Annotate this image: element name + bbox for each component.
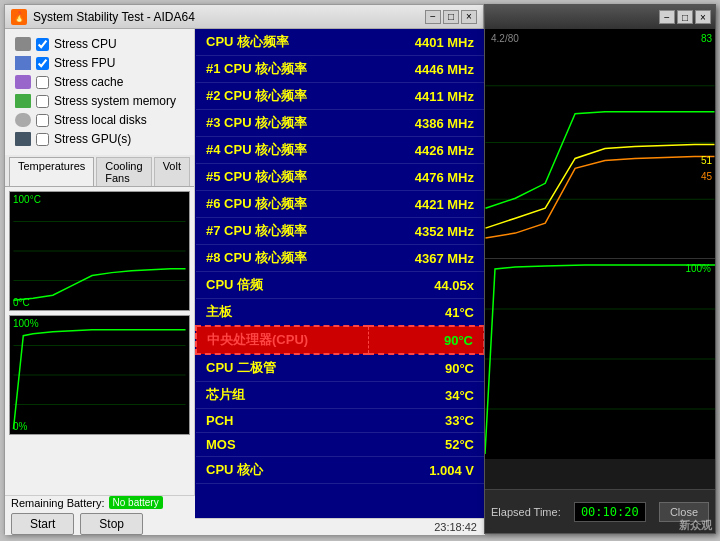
close-button[interactable]: × (461, 10, 477, 24)
stress-cpu-label: Stress CPU (54, 37, 117, 51)
right-maximize-button[interactable]: □ (677, 10, 693, 24)
table-row: #1 CPU 核心频率4446 MHz (196, 56, 484, 83)
window-title: System Stability Test - AIDA64 (33, 10, 425, 24)
row-label: #2 CPU 核心频率 (196, 83, 369, 110)
row-value: 4421 MHz (369, 191, 484, 218)
stress-cache-item: Stress cache (15, 75, 184, 89)
row-label: #3 CPU 核心频率 (196, 110, 369, 137)
stop-button[interactable]: Stop (80, 513, 143, 535)
row-value: 4386 MHz (369, 110, 484, 137)
table-row: CPU VID0.294 V (196, 484, 484, 490)
chart-bottom-min: 0% (13, 421, 27, 432)
battery-row: Remaining Battery: No battery (11, 496, 189, 509)
row-value: 41°C (369, 299, 484, 327)
data-table: CPU 核心频率4401 MHz#1 CPU 核心频率4446 MHz#2 CP… (195, 29, 485, 489)
table-row: #3 CPU 核心频率4386 MHz (196, 110, 484, 137)
remaining-label: Remaining Battery: (11, 497, 105, 509)
right-title-bar: − □ × (485, 5, 715, 29)
table-row: 主板41°C (196, 299, 484, 327)
data-panel: CPU 核心频率4401 MHz#1 CPU 核心频率4446 MHz#2 CP… (195, 29, 485, 535)
row-value: 44.05x (369, 272, 484, 299)
stress-memory-checkbox[interactable] (36, 95, 49, 108)
row-value: 34°C (369, 382, 484, 409)
gpu-icon (15, 132, 31, 146)
row-value: 90°C (369, 354, 484, 382)
stress-cpu-item: Stress CPU (15, 37, 184, 51)
disk-icon (15, 113, 31, 127)
main-window: 🔥 System Stability Test - AIDA64 − □ × S… (4, 4, 484, 534)
tab-volt[interactable]: Volt (154, 157, 190, 186)
row-value: 4401 MHz (369, 29, 484, 56)
row-value: 0.294 V (369, 484, 484, 490)
stress-fpu-checkbox[interactable] (36, 57, 49, 70)
svg-rect-8 (486, 29, 715, 258)
row-label: #1 CPU 核心频率 (196, 56, 369, 83)
row-label: CPU 二极管 (196, 354, 369, 382)
right-close-button[interactable]: × (695, 10, 711, 24)
row-label: 芯片组 (196, 382, 369, 409)
table-row: CPU 倍频44.05x (196, 272, 484, 299)
table-row: #4 CPU 核心频率4426 MHz (196, 137, 484, 164)
stress-gpu-item: Stress GPU(s) (15, 132, 184, 146)
data-scroll-area[interactable]: CPU 核心频率4401 MHz#1 CPU 核心频率4446 MHz#2 CP… (195, 29, 485, 489)
right-top-axis-label: 4.2/80 (491, 33, 519, 44)
row-value: 4352 MHz (369, 218, 484, 245)
row-label: CPU 核心频率 (196, 29, 369, 56)
elapsed-label: Elapsed Time: (491, 506, 561, 518)
row-label: #8 CPU 核心频率 (196, 245, 369, 272)
table-row: CPU 核心频率4401 MHz (196, 29, 484, 56)
stress-cache-label: Stress cache (54, 75, 123, 89)
right-minimize-button[interactable]: − (659, 10, 675, 24)
usage-chart: 100% 0% (9, 315, 190, 435)
right-top-chart-svg (485, 29, 715, 258)
table-row: #5 CPU 核心频率4476 MHz (196, 164, 484, 191)
row-label: CPU VID (196, 484, 369, 490)
right-chart-label-51: 51 (701, 155, 712, 166)
row-label: #7 CPU 核心频率 (196, 218, 369, 245)
table-row: #8 CPU 核心频率4367 MHz (196, 245, 484, 272)
row-value: 52°C (369, 433, 484, 457)
stress-gpu-label: Stress GPU(s) (54, 132, 131, 146)
memory-icon (15, 94, 31, 108)
cpu-icon (15, 37, 31, 51)
fpu-icon (15, 56, 31, 70)
table-row: 中央处理器(CPU)90°C (196, 326, 484, 354)
stress-cache-checkbox[interactable] (36, 76, 49, 89)
chart-top-min: 0°C (13, 297, 30, 308)
row-value: 4476 MHz (369, 164, 484, 191)
stress-gpu-checkbox[interactable] (36, 133, 49, 146)
right-bottom-chart-svg (485, 259, 715, 459)
tab-temperatures[interactable]: Temperatures (9, 157, 94, 186)
table-row: #7 CPU 核心频率4352 MHz (196, 218, 484, 245)
start-button[interactable]: Start (11, 513, 74, 535)
usage-chart-svg (10, 316, 189, 434)
stress-disks-label: Stress local disks (54, 113, 147, 127)
temperature-chart-svg (10, 192, 189, 310)
chart-top-max: 100°C (13, 194, 41, 205)
row-value: 33°C (369, 409, 484, 433)
row-label: 主板 (196, 299, 369, 327)
control-buttons: Start Stop (11, 513, 189, 535)
charts-area: 100°C 0°C 100% (5, 187, 194, 443)
row-label: 中央处理器(CPU) (196, 326, 369, 354)
right-chart-label-45: 45 (701, 171, 712, 182)
row-label: #6 CPU 核心频率 (196, 191, 369, 218)
right-bottom-label-100: 100% (685, 263, 711, 274)
tab-cooling-fans[interactable]: Cooling Fans (96, 157, 151, 186)
row-value: 4426 MHz (369, 137, 484, 164)
table-row: PCH33°C (196, 409, 484, 433)
table-row: #6 CPU 核心频率4421 MHz (196, 191, 484, 218)
stress-disks-checkbox[interactable] (36, 114, 49, 127)
right-chart-bottom: 100% (485, 259, 715, 459)
row-label: CPU 核心 (196, 457, 369, 484)
right-panel: − □ × 83 51 45 4.2/80 (484, 4, 716, 534)
timestamp: 23:18:42 (195, 518, 485, 535)
elapsed-value: 00:10:20 (574, 502, 646, 522)
stress-fpu-label: Stress FPU (54, 56, 115, 70)
row-label: MOS (196, 433, 369, 457)
stress-disks-item: Stress local disks (15, 113, 184, 127)
stress-cpu-checkbox[interactable] (36, 38, 49, 51)
row-value: 4411 MHz (369, 83, 484, 110)
maximize-button[interactable]: □ (443, 10, 459, 24)
minimize-button[interactable]: − (425, 10, 441, 24)
